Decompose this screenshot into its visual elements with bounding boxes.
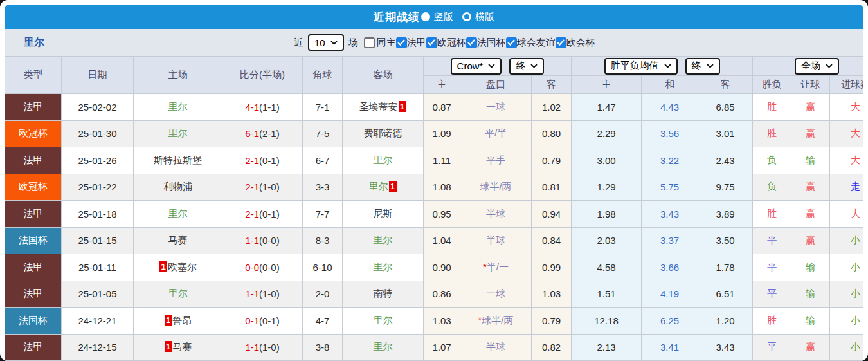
chevron-down-icon [664, 64, 671, 68]
handicap-odds-away-cell: 0.79 [532, 308, 572, 335]
away-team-cell: 里尔 [343, 227, 424, 254]
avg-odds-away-cell: 9.75 [698, 174, 753, 201]
avg-time-select[interactable]: 终 [685, 58, 720, 75]
vertical-layout-label[interactable]: 竖版 [434, 11, 453, 23]
league-filter-label[interactable]: 欧会杯 [566, 37, 595, 49]
match-date-cell: 25-01-22 [62, 174, 134, 201]
result-scope-select[interactable]: 全场 [795, 58, 839, 75]
col-header-corner: 角球 [303, 57, 343, 94]
league-filter-法国杯[interactable]: 法国杯 [466, 37, 506, 49]
away-team-cell: 里尔 [343, 308, 424, 335]
handicap-line-text: 半/一 [487, 261, 509, 272]
chevron-down-icon [488, 64, 495, 68]
league-filter-label[interactable]: 法国杯 [477, 37, 506, 49]
fulltime-score: 2-1 [245, 181, 259, 192]
fulltime-score: 6-1 [245, 128, 259, 139]
handicap-line-text: 半球 [486, 234, 505, 245]
match-type-cell: 法甲 [5, 254, 62, 281]
checkbox-checked-icon[interactable] [396, 37, 407, 48]
horizontal-layout-label[interactable]: 横版 [475, 11, 494, 23]
match-type-cell: 法国杯 [5, 308, 62, 335]
checkbox-checked-icon[interactable] [466, 37, 477, 48]
away-team-cell: 圣埃蒂安1 [343, 94, 424, 121]
result-wdl-cell: 负 [753, 147, 791, 174]
corners-cell: 7-7 [303, 201, 343, 228]
league-filter-label[interactable]: 球会友谊 [517, 37, 556, 49]
team-label: 鲁昂 [173, 315, 192, 326]
avg-type-select[interactable]: 胜平负均值 [604, 58, 678, 75]
handicap-line-text: 平/半 [485, 127, 507, 138]
match-row: 法甲24-12-151马赛1-1(1-0)3-8里尔1.07半球0.822.13… [5, 334, 864, 361]
red-card-badge: 1 [165, 315, 172, 326]
odds-time-select[interactable]: 终 [509, 58, 544, 75]
league-filter-欧会杯[interactable]: 欧会杯 [556, 37, 595, 49]
handicap-odds-home-cell: 1.09 [424, 120, 460, 147]
match-type-cell: 法国杯 [5, 227, 62, 254]
avg-odds-away-cell: 3.89 [698, 201, 753, 228]
col-header-avg-home: 主 [572, 76, 642, 94]
handicap-odds-away-cell: 1.03 [532, 281, 572, 308]
team-label: 圣埃蒂安 [359, 101, 398, 112]
halftime-score: (1-0) [259, 181, 280, 192]
team-label: 里尔 [168, 101, 188, 112]
score-cell: 2-1(1-0) [222, 174, 303, 201]
col-header-result-wdl: 胜负 [753, 76, 791, 94]
home-team-cell: 1欧塞尔 [134, 254, 222, 281]
same-home-label[interactable]: 同主 [377, 37, 396, 49]
avg-odds-away-cell: 1.78 [698, 254, 753, 281]
same-home-checkbox[interactable] [364, 37, 375, 48]
match-type-cell: 欧冠杯 [5, 120, 62, 147]
horizontal-layout-radio[interactable] [462, 12, 471, 21]
recent-count-select[interactable]: 10 [308, 34, 344, 51]
fulltime-score: 1-1 [245, 288, 259, 299]
team-label: 里尔 [374, 341, 393, 352]
odds-company-select[interactable]: Crow* [451, 58, 502, 75]
corners-cell: 8-3 [303, 227, 343, 254]
checkbox-checked-icon[interactable] [556, 37, 566, 48]
handicap-odds-home-cell: 0.86 [424, 281, 460, 308]
checkbox-checked-icon[interactable] [426, 37, 437, 48]
fulltime-score: 2-1 [245, 155, 259, 166]
handicap-odds-home-cell: 0.95 [424, 201, 460, 228]
fulltime-score: 1-1 [245, 342, 259, 353]
handicap-odds-away-cell: 0.79 [532, 147, 572, 174]
team-label: 里尔 [374, 154, 393, 165]
result-goals-cell: 大 [830, 94, 863, 121]
avg-odds-away-cell: 3.50 [698, 227, 753, 254]
avg-odds-away-cell: 6.51 [698, 281, 753, 308]
match-type-cell: 法甲 [5, 334, 62, 361]
handicap-line-text: 平手 [486, 154, 505, 165]
avg-odds-draw-cell: 5.75 [642, 174, 698, 201]
home-team-cell: 里尔 [134, 94, 222, 121]
result-handicap-cell: 赢 [791, 94, 830, 121]
result-handicap-cell: 赢 [791, 227, 830, 254]
recent-results-panel: 近期战绩 竖版 横版 里尔 近 10 场 同主 法甲欧冠杯法国杯球会友谊欧会杯 [0, 0, 868, 361]
match-date-cell: 24-12-21 [62, 308, 134, 335]
match-type-cell: 法甲 [5, 281, 62, 308]
corners-cell: 2-0 [303, 281, 343, 308]
col-header-odds-away: 客 [532, 76, 572, 94]
handicap-line-text: 半球 [486, 341, 505, 352]
result-goals-cell: 走 [830, 174, 863, 201]
vertical-layout-radio[interactable] [421, 12, 430, 21]
chevron-down-icon [530, 64, 538, 68]
result-handicap-cell: 赢 [791, 201, 830, 228]
corners-cell: 4-7 [303, 308, 343, 335]
col-header-avg-away: 客 [698, 76, 753, 94]
result-wdl-cell: 胜 [753, 308, 791, 335]
league-filter-球会友谊[interactable]: 球会友谊 [506, 37, 556, 49]
team-label: 利物浦 [163, 181, 192, 192]
panel-title: 近期战绩 [374, 10, 420, 24]
team-label: 欧塞尔 [168, 261, 197, 272]
avg-odds-draw-cell: 3.22 [642, 147, 698, 174]
league-filter-法甲[interactable]: 法甲 [396, 37, 426, 49]
league-filter-label[interactable]: 法甲 [407, 37, 426, 49]
league-filter-label[interactable]: 欧冠杯 [437, 37, 466, 49]
team-label: 南特 [374, 288, 393, 299]
col-header-type: 类型 [5, 57, 62, 94]
avg-time-value: 终 [692, 60, 701, 72]
handicap-odds-away-cell: 0.82 [532, 334, 572, 361]
handicap-odds-away-cell: 0.84 [532, 227, 572, 254]
checkbox-checked-icon[interactable] [506, 37, 517, 48]
league-filter-欧冠杯[interactable]: 欧冠杯 [426, 37, 466, 49]
